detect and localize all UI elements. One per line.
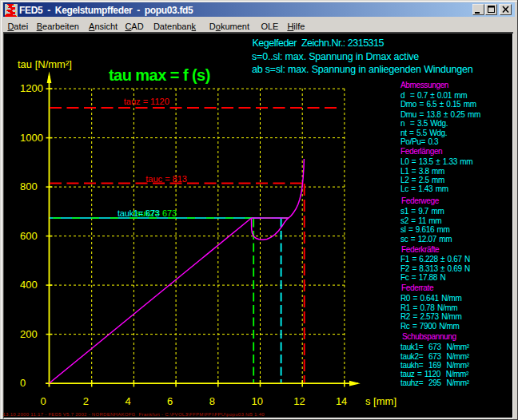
svg-text:d = 0.7 ± 0.01 mm: d = 0.7 ± 0.01 mm	[400, 91, 467, 100]
svg-text:s2 = 11 mm: s2 = 11 mm	[400, 216, 441, 225]
svg-text:nt = 5.5 Wdg.: nt = 5.5 Wdg.	[400, 129, 447, 137]
svg-text:sl = 9.616 mm: sl = 9.616 mm	[400, 225, 450, 234]
svg-text:6: 6	[167, 395, 173, 407]
svg-text:tauz = 1120: tauz = 1120	[124, 97, 169, 106]
svg-text:Federkräfte: Federkräfte	[401, 245, 440, 254]
svg-text:F1 = 6.228 ± 0.67 N: F1 = 6.228 ± 0.67 N	[400, 255, 470, 263]
svg-text:Federwege: Federwege	[401, 196, 440, 205]
svg-text:tau max = f (s): tau max = f (s)	[109, 66, 210, 84]
svg-text:200: 200	[20, 328, 38, 340]
svg-text:4: 4	[125, 395, 130, 407]
svg-text:14: 14	[336, 395, 347, 407]
svg-text:10: 10	[252, 395, 263, 407]
svg-text:tauk1= 673: tauk1= 673	[118, 208, 160, 218]
svg-text:L1 = 3.8 mm: L1 = 3.8 mm	[400, 167, 444, 176]
svg-text:taukh= 169 N/mm²: taukh= 169 N/mm²	[400, 361, 470, 370]
svg-text:R1 = 0.78 N/mm: R1 = 0.78 N/mm	[400, 303, 457, 312]
svg-text:Federrate: Federrate	[401, 283, 434, 292]
svg-text:Abmessungen: Abmessungen	[400, 81, 448, 89]
svg-text:L2 = 2.5 mm: L2 = 2.5 mm	[400, 176, 444, 184]
svg-text:Kegelfeder Zeichn.Nr.: 231531: Kegelfeder Zeichn.Nr.: 2315315	[253, 38, 385, 49]
svg-text:tauk2= 673 N/mm²: tauk2= 673 N/mm²	[400, 352, 470, 361]
svg-text:s1 = 9.7 mm: s1 = 9.7 mm	[400, 207, 444, 216]
svg-text:L0 = 13.5 ± 1.33 mm: L0 = 13.5 ± 1.33 mm	[400, 157, 472, 166]
svg-text:8: 8	[209, 395, 215, 407]
svg-text:Po/Pu= 0.3: Po/Pu= 0.3	[400, 137, 439, 146]
svg-text:12: 12	[293, 395, 305, 407]
svg-text:tau [N/mm²]: tau [N/mm²]	[18, 58, 72, 70]
svg-text:400: 400	[20, 279, 38, 291]
svg-text:Rc = 7900 N/mm: Rc = 7900 N/mm	[400, 322, 459, 331]
svg-text:tauk1= 673 N/mm²: tauk1= 673 N/mm²	[400, 343, 470, 351]
svg-text:s=0..sl: max. Spannung in Dmax: s=0..sl: max. Spannung in Dmax active	[252, 51, 419, 62]
svg-text:2: 2	[83, 395, 89, 407]
svg-text:tauc = 813: tauc = 813	[145, 174, 187, 184]
svg-text:Lc = 1.43 mm: Lc = 1.43 mm	[400, 184, 448, 193]
svg-text:tauhz= 295 N/mm²: tauhz= 295 N/mm²	[400, 378, 470, 387]
svg-text:1200: 1200	[20, 82, 43, 94]
svg-text:600: 600	[20, 230, 38, 242]
svg-text:Dmo = 6.5 ± 0.15 mm: Dmo = 6.5 ± 0.15 mm	[400, 100, 476, 109]
svg-text:tauz = 1120 N/mm²: tauz = 1120 N/mm²	[400, 370, 469, 378]
svg-text:ab s=sl: max. Spannung in anli: ab s=sl: max. Spannung in anliegenden Wi…	[252, 64, 473, 75]
svg-text:R0 = 0.641 N/mm: R0 = 0.641 N/mm	[400, 294, 461, 303]
svg-text:Federlängen: Federlängen	[400, 147, 442, 156]
svg-text:Fc = 17.88 N: Fc = 17.88 N	[400, 273, 445, 282]
svg-text:0: 0	[20, 377, 26, 389]
svg-text:Dmu = 13.8 ± 0.25 mm: Dmu = 13.8 ± 0.25 mm	[400, 110, 480, 119]
svg-text:F2 = 8.313 ± 0.69 N: F2 = 8.313 ± 0.69 N	[400, 264, 470, 273]
svg-text:n = 3.5 Wdg.: n = 3.5 Wdg.	[400, 119, 448, 128]
svg-text:800: 800	[20, 180, 38, 192]
svg-text:1000: 1000	[20, 132, 43, 144]
svg-text:sc = 12.07 mm: sc = 12.07 mm	[400, 235, 452, 244]
svg-text:0: 0	[41, 395, 46, 407]
svg-text:Schubspannung: Schubspannung	[402, 332, 456, 341]
svg-text:R2 = 2.573 N/mm: R2 = 2.573 N/mm	[400, 312, 461, 321]
svg-text:s [mm]: s [mm]	[365, 395, 396, 407]
